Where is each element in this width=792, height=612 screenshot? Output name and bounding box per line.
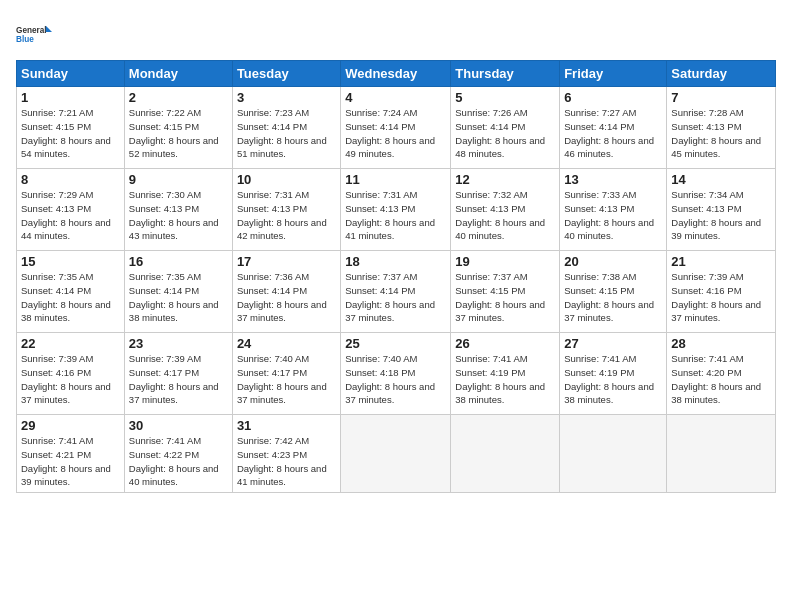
day-number: 5 — [455, 90, 555, 105]
calendar-cell: 16 Sunrise: 7:35 AMSunset: 4:14 PMDaylig… — [124, 251, 232, 333]
calendar-cell: 3 Sunrise: 7:23 AMSunset: 4:14 PMDayligh… — [232, 87, 340, 169]
calendar-cell: 29 Sunrise: 7:41 AMSunset: 4:21 PMDaylig… — [17, 415, 125, 493]
weekday-header-friday: Friday — [560, 61, 667, 87]
calendar-cell: 13 Sunrise: 7:33 AMSunset: 4:13 PMDaylig… — [560, 169, 667, 251]
calendar-cell: 21 Sunrise: 7:39 AMSunset: 4:16 PMDaylig… — [667, 251, 776, 333]
day-info: Sunrise: 7:41 AMSunset: 4:22 PMDaylight:… — [129, 434, 228, 489]
calendar-cell: 8 Sunrise: 7:29 AMSunset: 4:13 PMDayligh… — [17, 169, 125, 251]
logo-svg: General Blue — [16, 16, 52, 52]
day-number: 31 — [237, 418, 336, 433]
day-info: Sunrise: 7:39 AMSunset: 4:17 PMDaylight:… — [129, 352, 228, 407]
svg-marker-2 — [46, 26, 52, 32]
calendar-cell: 10 Sunrise: 7:31 AMSunset: 4:13 PMDaylig… — [232, 169, 340, 251]
day-info: Sunrise: 7:41 AMSunset: 4:21 PMDaylight:… — [21, 434, 120, 489]
day-number: 17 — [237, 254, 336, 269]
day-info: Sunrise: 7:27 AMSunset: 4:14 PMDaylight:… — [564, 106, 662, 161]
calendar-cell: 20 Sunrise: 7:38 AMSunset: 4:15 PMDaylig… — [560, 251, 667, 333]
day-info: Sunrise: 7:39 AMSunset: 4:16 PMDaylight:… — [21, 352, 120, 407]
svg-text:Blue: Blue — [16, 35, 34, 44]
calendar-cell: 1 Sunrise: 7:21 AMSunset: 4:15 PMDayligh… — [17, 87, 125, 169]
calendar-cell: 31 Sunrise: 7:42 AMSunset: 4:23 PMDaylig… — [232, 415, 340, 493]
day-info: Sunrise: 7:23 AMSunset: 4:14 PMDaylight:… — [237, 106, 336, 161]
day-info: Sunrise: 7:24 AMSunset: 4:14 PMDaylight:… — [345, 106, 446, 161]
calendar-cell: 18 Sunrise: 7:37 AMSunset: 4:14 PMDaylig… — [341, 251, 451, 333]
calendar-cell: 22 Sunrise: 7:39 AMSunset: 4:16 PMDaylig… — [17, 333, 125, 415]
day-number: 10 — [237, 172, 336, 187]
day-info: Sunrise: 7:29 AMSunset: 4:13 PMDaylight:… — [21, 188, 120, 243]
calendar-cell — [341, 415, 451, 493]
calendar-container: General Blue SundayMondayTuesdayWednesda… — [0, 0, 792, 612]
header: General Blue — [16, 12, 776, 52]
day-info: Sunrise: 7:31 AMSunset: 4:13 PMDaylight:… — [345, 188, 446, 243]
day-number: 3 — [237, 90, 336, 105]
weekday-header-sunday: Sunday — [17, 61, 125, 87]
day-info: Sunrise: 7:41 AMSunset: 4:19 PMDaylight:… — [564, 352, 662, 407]
day-number: 18 — [345, 254, 446, 269]
day-number: 23 — [129, 336, 228, 351]
weekday-header-saturday: Saturday — [667, 61, 776, 87]
day-number: 13 — [564, 172, 662, 187]
day-number: 21 — [671, 254, 771, 269]
day-info: Sunrise: 7:40 AMSunset: 4:18 PMDaylight:… — [345, 352, 446, 407]
weekday-header-tuesday: Tuesday — [232, 61, 340, 87]
day-info: Sunrise: 7:28 AMSunset: 4:13 PMDaylight:… — [671, 106, 771, 161]
day-number: 14 — [671, 172, 771, 187]
day-number: 20 — [564, 254, 662, 269]
day-number: 16 — [129, 254, 228, 269]
calendar-cell: 9 Sunrise: 7:30 AMSunset: 4:13 PMDayligh… — [124, 169, 232, 251]
calendar-cell: 7 Sunrise: 7:28 AMSunset: 4:13 PMDayligh… — [667, 87, 776, 169]
weekday-header-monday: Monday — [124, 61, 232, 87]
day-info: Sunrise: 7:37 AMSunset: 4:15 PMDaylight:… — [455, 270, 555, 325]
day-info: Sunrise: 7:35 AMSunset: 4:14 PMDaylight:… — [129, 270, 228, 325]
calendar-table: SundayMondayTuesdayWednesdayThursdayFrid… — [16, 60, 776, 493]
day-info: Sunrise: 7:39 AMSunset: 4:16 PMDaylight:… — [671, 270, 771, 325]
day-number: 27 — [564, 336, 662, 351]
logo: General Blue — [16, 16, 52, 52]
day-number: 28 — [671, 336, 771, 351]
weekday-header-thursday: Thursday — [451, 61, 560, 87]
day-info: Sunrise: 7:34 AMSunset: 4:13 PMDaylight:… — [671, 188, 771, 243]
calendar-cell: 15 Sunrise: 7:35 AMSunset: 4:14 PMDaylig… — [17, 251, 125, 333]
day-info: Sunrise: 7:42 AMSunset: 4:23 PMDaylight:… — [237, 434, 336, 489]
day-info: Sunrise: 7:38 AMSunset: 4:15 PMDaylight:… — [564, 270, 662, 325]
calendar-cell: 23 Sunrise: 7:39 AMSunset: 4:17 PMDaylig… — [124, 333, 232, 415]
day-number: 2 — [129, 90, 228, 105]
day-number: 9 — [129, 172, 228, 187]
day-number: 7 — [671, 90, 771, 105]
day-info: Sunrise: 7:35 AMSunset: 4:14 PMDaylight:… — [21, 270, 120, 325]
calendar-cell: 24 Sunrise: 7:40 AMSunset: 4:17 PMDaylig… — [232, 333, 340, 415]
calendar-cell — [451, 415, 560, 493]
day-info: Sunrise: 7:22 AMSunset: 4:15 PMDaylight:… — [129, 106, 228, 161]
calendar-cell: 30 Sunrise: 7:41 AMSunset: 4:22 PMDaylig… — [124, 415, 232, 493]
day-number: 12 — [455, 172, 555, 187]
calendar-cell: 6 Sunrise: 7:27 AMSunset: 4:14 PMDayligh… — [560, 87, 667, 169]
day-number: 29 — [21, 418, 120, 433]
calendar-cell — [560, 415, 667, 493]
calendar-cell: 25 Sunrise: 7:40 AMSunset: 4:18 PMDaylig… — [341, 333, 451, 415]
day-number: 25 — [345, 336, 446, 351]
day-number: 24 — [237, 336, 336, 351]
calendar-cell: 26 Sunrise: 7:41 AMSunset: 4:19 PMDaylig… — [451, 333, 560, 415]
day-info: Sunrise: 7:31 AMSunset: 4:13 PMDaylight:… — [237, 188, 336, 243]
day-info: Sunrise: 7:26 AMSunset: 4:14 PMDaylight:… — [455, 106, 555, 161]
day-number: 19 — [455, 254, 555, 269]
day-info: Sunrise: 7:33 AMSunset: 4:13 PMDaylight:… — [564, 188, 662, 243]
calendar-cell: 12 Sunrise: 7:32 AMSunset: 4:13 PMDaylig… — [451, 169, 560, 251]
calendar-cell: 4 Sunrise: 7:24 AMSunset: 4:14 PMDayligh… — [341, 87, 451, 169]
calendar-cell: 5 Sunrise: 7:26 AMSunset: 4:14 PMDayligh… — [451, 87, 560, 169]
day-number: 6 — [564, 90, 662, 105]
day-info: Sunrise: 7:40 AMSunset: 4:17 PMDaylight:… — [237, 352, 336, 407]
day-info: Sunrise: 7:41 AMSunset: 4:19 PMDaylight:… — [455, 352, 555, 407]
day-info: Sunrise: 7:21 AMSunset: 4:15 PMDaylight:… — [21, 106, 120, 161]
calendar-cell: 14 Sunrise: 7:34 AMSunset: 4:13 PMDaylig… — [667, 169, 776, 251]
day-number: 30 — [129, 418, 228, 433]
calendar-cell: 19 Sunrise: 7:37 AMSunset: 4:15 PMDaylig… — [451, 251, 560, 333]
day-info: Sunrise: 7:32 AMSunset: 4:13 PMDaylight:… — [455, 188, 555, 243]
day-info: Sunrise: 7:41 AMSunset: 4:20 PMDaylight:… — [671, 352, 771, 407]
calendar-cell: 28 Sunrise: 7:41 AMSunset: 4:20 PMDaylig… — [667, 333, 776, 415]
calendar-cell: 11 Sunrise: 7:31 AMSunset: 4:13 PMDaylig… — [341, 169, 451, 251]
calendar-cell: 27 Sunrise: 7:41 AMSunset: 4:19 PMDaylig… — [560, 333, 667, 415]
day-number: 15 — [21, 254, 120, 269]
day-number: 1 — [21, 90, 120, 105]
day-number: 22 — [21, 336, 120, 351]
